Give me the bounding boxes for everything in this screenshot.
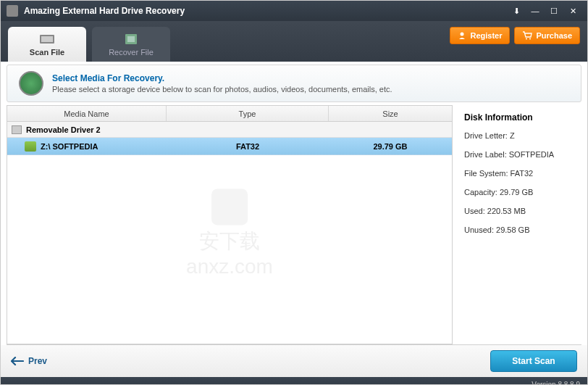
purchase-label: Purchase bbox=[536, 31, 572, 40]
prev-button[interactable]: Prev bbox=[11, 356, 47, 366]
banner-title: Select Media For Recovery. bbox=[52, 73, 392, 83]
media-list-panel: Media Name Type Size Removable Driver 2 … bbox=[7, 105, 453, 344]
svg-point-5 bbox=[526, 38, 527, 40]
register-icon bbox=[458, 31, 466, 40]
disk-info-panel: Disk Information Drive Letter: Z Drive L… bbox=[458, 105, 581, 344]
app-icon bbox=[7, 5, 18, 17]
info-capacity: Capacity: 29.79 GB bbox=[464, 188, 576, 196]
register-button[interactable]: Register bbox=[450, 27, 510, 44]
info-unused: Unused: 29.58 GB bbox=[464, 225, 576, 234]
prev-label: Prev bbox=[28, 356, 47, 366]
minimize-window-button[interactable]: — bbox=[526, 4, 544, 17]
start-scan-button[interactable]: Start Scan bbox=[490, 350, 577, 372]
tab-recover-file[interactable]: Recover File bbox=[92, 27, 170, 62]
info-drive-label: Drive Label: SOFTPEDIA bbox=[464, 150, 576, 159]
tab-scan-file[interactable]: Scan File bbox=[8, 27, 86, 62]
toolbar: Scan File Recover File Register Purchase bbox=[1, 21, 587, 62]
arrow-left-icon bbox=[11, 357, 24, 365]
column-size[interactable]: Size bbox=[329, 106, 452, 121]
status-bar: Version 8.8.8.9 bbox=[1, 377, 587, 385]
scan-icon bbox=[38, 33, 56, 46]
info-banner: Select Media For Recovery. Please select… bbox=[7, 65, 581, 102]
maximize-window-button[interactable]: ☐ bbox=[545, 4, 563, 17]
title-bar: Amazing External Hard Drive Recovery ⬇ —… bbox=[1, 1, 587, 21]
volume-icon bbox=[25, 141, 36, 152]
column-media-name[interactable]: Media Name bbox=[7, 106, 167, 121]
volume-row[interactable]: Z:\ SOFTPEDIA FAT32 29.79 GB bbox=[7, 138, 452, 155]
close-window-button[interactable]: ✕ bbox=[564, 4, 581, 17]
footer-bar: Prev Start Scan bbox=[1, 345, 587, 377]
svg-rect-1 bbox=[41, 36, 53, 42]
tab-scan-label: Scan File bbox=[30, 48, 64, 57]
column-type[interactable]: Type bbox=[167, 106, 329, 121]
cart-icon bbox=[522, 31, 532, 40]
banner-subtitle: Please select a storage device below to … bbox=[52, 85, 392, 94]
info-file-system: File System: FAT32 bbox=[464, 169, 576, 178]
version-label: Version 8.8.8.9 bbox=[532, 381, 580, 386]
svg-rect-3 bbox=[127, 36, 135, 42]
volume-type: FAT32 bbox=[167, 142, 329, 151]
register-label: Register bbox=[470, 31, 502, 40]
drive-group-label: Removable Driver 2 bbox=[26, 125, 101, 134]
tab-recover-label: Recover File bbox=[109, 48, 154, 57]
watermark: 安下载 anxz.com bbox=[186, 189, 273, 278]
volume-name: Z:\ SOFTPEDIA bbox=[41, 142, 98, 151]
window-title: Amazing External Hard Drive Recovery bbox=[24, 6, 506, 16]
column-headers: Media Name Type Size bbox=[7, 106, 452, 122]
purchase-button[interactable]: Purchase bbox=[514, 27, 580, 44]
info-used: Used: 220.53 MB bbox=[464, 207, 576, 215]
info-drive-letter: Drive Letter: Z bbox=[464, 131, 576, 140]
disk-info-title: Disk Information bbox=[464, 112, 576, 123]
drive-group-icon bbox=[12, 125, 22, 134]
svg-point-4 bbox=[461, 33, 464, 36]
svg-point-6 bbox=[529, 38, 531, 40]
download-window-button[interactable]: ⬇ bbox=[508, 4, 525, 17]
drive-group-row[interactable]: Removable Driver 2 bbox=[7, 122, 452, 138]
gauge-icon bbox=[19, 71, 43, 96]
volume-size: 29.79 GB bbox=[329, 142, 452, 151]
recover-icon bbox=[122, 33, 140, 46]
